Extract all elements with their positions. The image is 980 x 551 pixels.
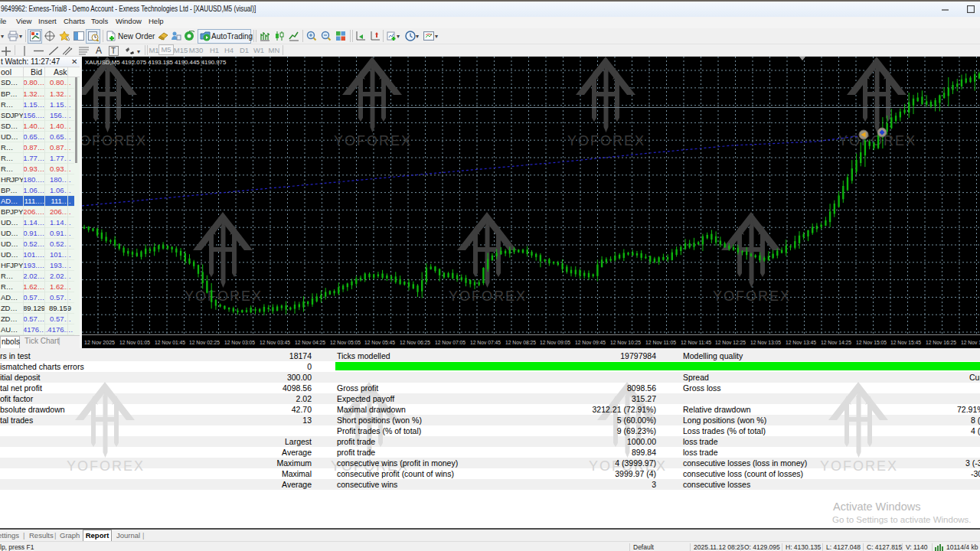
svg-text:YOFOREX: YOFOREX: [449, 289, 527, 304]
svg-text:12 Nov 07:45: 12 Nov 07:45: [470, 339, 501, 346]
svg-text:12 Nov 13:05: 12 Nov 13:05: [750, 339, 782, 346]
svg-text:YOFOREX: YOFOREX: [820, 458, 898, 474]
svg-text:XAUUSD,M5 4192.075 4193.185 4: XAUUSD,M5 4192.075 4193.185 4190.445 419…: [85, 59, 227, 66]
svg-text:12 Nov 05:45: 12 Nov 05:45: [364, 339, 396, 346]
svg-text:12 Nov 03:45: 12 Nov 03:45: [260, 339, 291, 346]
svg-text:12 Nov 01:05: 12 Nov 01:05: [119, 339, 151, 346]
svg-text:12 Nov 2025: 12 Nov 2025: [84, 339, 116, 346]
svg-text:12 Nov 16:25: 12 Nov 16:25: [926, 339, 957, 346]
svg-text:12 Nov 05:05: 12 Nov 05:05: [330, 339, 361, 346]
svg-text:12 Nov 09:05: 12 Nov 09:05: [540, 339, 571, 346]
svg-text:12 Nov 02:25: 12 Nov 02:25: [189, 339, 220, 346]
svg-text:12 Nov 12:25: 12 Nov 12:25: [715, 339, 746, 346]
svg-text:12 Nov 14:25: 12 Nov 14:25: [821, 339, 852, 346]
svg-text:YOFOREX: YOFOREX: [82, 133, 147, 148]
svg-text:12 Nov 11:45: 12 Nov 11:45: [681, 339, 712, 346]
svg-text:YOFOREX: YOFOREX: [713, 289, 791, 304]
svg-text:YOFOREX: YOFOREX: [185, 289, 263, 304]
svg-text:12 Nov 17:05: 12 Nov 17:05: [961, 339, 980, 346]
svg-text:12 Nov 10:25: 12 Nov 10:25: [610, 339, 642, 346]
svg-text:YOFOREX: YOFOREX: [567, 133, 645, 148]
svg-text:12 Nov 03:05: 12 Nov 03:05: [224, 339, 256, 346]
svg-text:12 Nov 07:05: 12 Nov 07:05: [435, 339, 466, 346]
svg-text:12 Nov 09:45: 12 Nov 09:45: [575, 339, 606, 346]
svg-text:12 Nov 13:45: 12 Nov 13:45: [786, 339, 817, 346]
svg-text:12 Nov 15:45: 12 Nov 15:45: [890, 339, 922, 346]
svg-text:T: T: [111, 47, 116, 55]
svg-text:12 Nov 06:25: 12 Nov 06:25: [400, 339, 431, 346]
svg-text:YOFOREX: YOFOREX: [334, 133, 412, 148]
svg-text:12 Nov 04:25: 12 Nov 04:25: [295, 339, 326, 346]
svg-text:12 Nov 11:05: 12 Nov 11:05: [645, 339, 677, 346]
svg-text:12 Nov 08:25: 12 Nov 08:25: [505, 339, 537, 346]
svg-text:12 Nov 01:45: 12 Nov 01:45: [155, 339, 186, 346]
svg-text:12 Nov 15:05: 12 Nov 15:05: [856, 339, 887, 346]
